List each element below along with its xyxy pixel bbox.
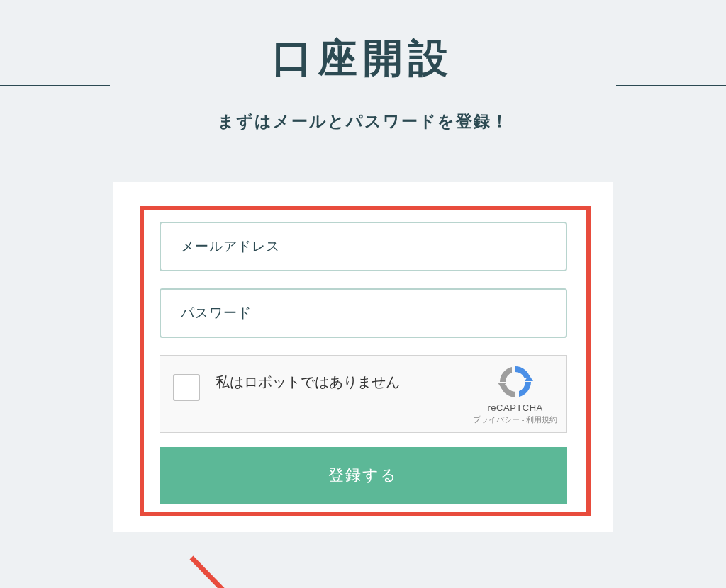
recaptcha-brand-text: reCAPTCHA [473,402,558,413]
recaptcha-checkbox[interactable] [173,374,200,401]
recaptcha-logo-icon [498,364,533,400]
signup-form-card: 私はロボットではありません reCAPTCHA プライバシー - 利用規約 登録… [113,182,613,532]
header-section: 口座開設 まずはメールとパスワードを登録！ [0,0,726,132]
recaptcha-legal-links[interactable]: プライバシー - 利用規約 [473,414,558,425]
form-inner: 私はロボットではありません reCAPTCHA プライバシー - 利用規約 登録… [145,209,581,504]
page-title: 口座開設 [0,32,726,86]
recaptcha-label: 私はロボットではありません [216,371,473,392]
page-subtitle: まずはメールとパスワードを登録！ [0,111,726,132]
annotation-arrow-icon [174,543,330,588]
recaptcha-branding: reCAPTCHA プライバシー - 利用規約 [473,364,558,425]
password-input[interactable] [160,288,567,338]
divider-left [0,85,110,86]
divider-right [616,85,726,86]
recaptcha-widget: 私はロボットではありません reCAPTCHA プライバシー - 利用規約 [160,355,567,433]
svg-line-1 [191,558,308,588]
register-button[interactable]: 登録する [160,447,567,504]
email-input[interactable] [160,222,567,271]
